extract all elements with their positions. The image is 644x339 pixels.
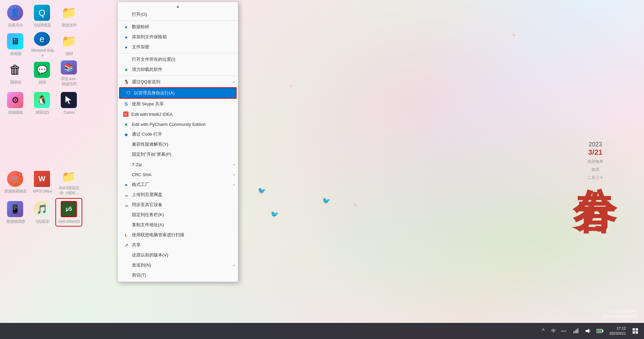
svg-rect-8: [597, 330, 602, 332]
run-admin-label: 以管理员身份运行(A): [134, 90, 175, 96]
menu-sep-1: [118, 20, 238, 21]
menu-item-qq-send[interactable]: 🐧 通过QQ发送到 ›: [118, 77, 238, 87]
copy-path-icon: [123, 222, 129, 228]
desktop-icon-qqim[interactable]: 🐧 腾讯QQ: [29, 89, 55, 117]
taskbar-time-text: 17:12: [609, 326, 626, 331]
menu-item-skype[interactable]: S 使用 Skype 共享: [118, 99, 238, 109]
desktop-icon-temp[interactable]: 📁 临时: [55, 30, 82, 59]
desktop-icon-folder-lianxiang[interactable]: 📁 联恕文件: [55, 2, 82, 30]
taskbar-caret-icon[interactable]: ^: [538, 326, 549, 336]
desktop-icon-lianxiang-store[interactable]: 🛒 5 联想应用商店: [2, 168, 29, 196]
taskbar-network-icon[interactable]: [571, 326, 581, 336]
menu-item-compat[interactable]: 兼容性疑难解答(Y): [118, 139, 238, 149]
input-method-indicator[interactable]: 中: [550, 328, 557, 334]
menu-scroll-up[interactable]: ▲: [118, 3, 238, 9]
cut-icon: [123, 272, 129, 278]
taskbar-battery-icon[interactable]: [595, 326, 605, 336]
desktop-icon-edge[interactable]: e Microsoft Edge: [29, 30, 55, 59]
crc-sha-label: CRC SHA: [132, 172, 152, 177]
menu-item-open[interactable]: 打开(O): [118, 9, 238, 19]
pycharm-icon: ■: [123, 121, 129, 127]
menu-item-share[interactable]: ↗ 共享: [118, 240, 238, 250]
folder-lianxiang-icon-img: 📁: [61, 5, 77, 21]
run-admin-icon: 🛡: [125, 90, 131, 96]
spring-year: 2023: [574, 141, 617, 148]
menu-item-crc-sha[interactable]: CRC SHA ›: [118, 170, 238, 180]
menu-item-pycharm[interactable]: ■ Edit with PyCharm Community Edition: [118, 119, 238, 129]
lianxiang-store-icon-img: 🛒 5: [7, 171, 23, 187]
desktop-icon-control[interactable]: ⚙ 控制面板: [2, 89, 29, 117]
menu-item-pin-start[interactable]: 固定到"开始"屏幕(P): [118, 149, 238, 159]
menu-item-copy-path[interactable]: 复制文件地址(A): [118, 220, 238, 230]
desktop-icon-riyue[interactable]: 👤 日星月云: [2, 2, 29, 30]
share-label: 共享: [132, 242, 141, 248]
riyue-label: 日星月云: [8, 22, 22, 27]
xuebao-icon-img: 📚: [61, 60, 77, 75]
menu-item-add-safe[interactable]: ● 添加到文件保险箱: [118, 32, 238, 42]
computer-label: 此电脑: [10, 51, 21, 55]
wps-label: WPS Office: [33, 188, 52, 193]
lenovo-scan-icon: L: [123, 232, 129, 238]
qq-send-icon: 🐧: [123, 79, 129, 85]
menu-item-data-shred[interactable]: ● 数据粉碎: [118, 22, 238, 32]
desktop-icon-area: 👤 日星月云 Q QQ浏览器 📁 联恕文件 🖥 此电脑 e: [0, 0, 84, 339]
menu-item-cut[interactable]: 剪切(T): [118, 270, 238, 280]
menu-item-sync[interactable]: ☁ 同步至其它设备: [118, 200, 238, 210]
menu-item-baidu-pan[interactable]: ☁ 上传到百度网盘: [118, 190, 238, 200]
share-icon: ↗: [123, 242, 129, 248]
menu-item-run-admin[interactable]: 🛡 以管理员身份运行(A): [119, 87, 237, 99]
spring-month-day: 二月三十: [574, 175, 617, 181]
desktop-icon-wechat[interactable]: 💬 微信: [29, 59, 55, 87]
desktop-icon-keil5[interactable]: μ5 Keil uVision5: [55, 198, 82, 227]
svg-marker-5: [586, 329, 589, 333]
keil-folder-label: Keil 5安装文件（MDK...: [57, 185, 81, 195]
taskbar-dot-icon[interactable]: •⊙⊙: [558, 326, 569, 336]
control-icon-img: ⚙: [7, 92, 23, 108]
taskbar-volume-icon[interactable]: [583, 326, 593, 336]
svg-rect-3: [576, 329, 577, 333]
sync-label: 同步至其它设备: [132, 202, 162, 208]
menu-item-restore[interactable]: 还原以前的版本(V): [118, 250, 238, 260]
data-shred-icon: ●: [123, 24, 129, 30]
taskbar-clock[interactable]: 17:12 2023/3/21: [607, 326, 629, 336]
data-shred-label: 数据粉碎: [132, 24, 149, 30]
menu-item-pin-taskbar[interactable]: 固定到任务栏(K): [118, 210, 238, 220]
desktop-icon-qqmusic[interactable]: 🎵 QQ音乐: [29, 198, 55, 227]
menu-item-format-factory[interactable]: ● 格式工厂 ›: [118, 180, 238, 190]
menu-item-file-encrypt[interactable]: ● 文件加密: [118, 42, 238, 52]
qq-send-label: 通过QQ发送到: [132, 79, 160, 85]
menu-item-force-uninstall[interactable]: ■ 强力卸载此软件: [118, 64, 238, 75]
desktop-icon-computer[interactable]: 🖥 此电脑: [2, 30, 29, 59]
bird-3: 🐦: [322, 197, 331, 205]
desktop-icon-qq-browser[interactable]: Q QQ浏览器: [29, 2, 55, 30]
spring-calendar: 农历: [574, 166, 617, 173]
menu-item-lenovo-scan[interactable]: L 使用联想电脑管家进行扫描: [118, 230, 238, 240]
file-encrypt-icon: ●: [123, 44, 129, 50]
edge-label: Microsoft Edge: [30, 47, 54, 57]
qqmusic-label: QQ音乐: [35, 219, 48, 223]
format-factory-arrow: ›: [233, 183, 235, 187]
temp-label: 临时: [65, 51, 72, 55]
menu-item-7zip[interactable]: 7-Zip ›: [118, 159, 238, 170]
desktop-icon-wps[interactable]: W WPS Office: [29, 168, 55, 196]
desktop-icon-simulator[interactable]: 📱 联想模拟器: [2, 198, 29, 227]
desktop-icon-keil-folder[interactable]: 📁 Keil 5安装文件（MDK...: [55, 168, 82, 196]
compat-icon: [123, 141, 129, 147]
qqim-label: 腾讯QQ: [35, 109, 48, 114]
svg-rect-4: [578, 328, 578, 333]
menu-sep-2: [118, 53, 238, 53]
add-safe-icon: ●: [123, 34, 129, 40]
desktop-icon-cursor[interactable]: Cursor: [55, 89, 82, 117]
menu-item-open-location[interactable]: 打开文件所在的位置(I): [118, 54, 238, 64]
taskbar-notification-icon[interactable]: [630, 326, 641, 336]
open-location-icon: [123, 56, 129, 62]
desktop-icon-recycle[interactable]: 🗑 回收站: [2, 59, 29, 87]
menu-item-vscode[interactable]: ◆ 通过 Code 打开: [118, 129, 238, 139]
menu-item-intellij[interactable]: IJ Edit with IntelliJ IDEA: [118, 109, 238, 119]
crc-sha-icon: [123, 172, 129, 178]
wechat-label: 微信: [38, 79, 46, 84]
svg-rect-9: [633, 328, 635, 331]
menu-item-send-to[interactable]: 发送到(N) ›: [118, 260, 238, 270]
menu-sep-3: [118, 76, 238, 76]
desktop-icon-xuebao[interactable]: 📚 学宝.exe -快捷方式: [55, 59, 82, 87]
